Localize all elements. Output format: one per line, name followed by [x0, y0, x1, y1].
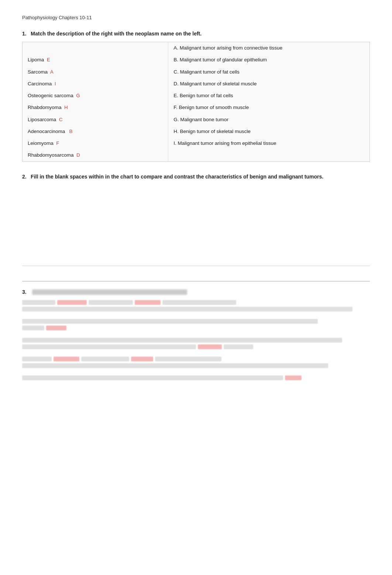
table-row: Rhabdomyosarcoma D [23, 149, 370, 161]
right-cell: G. Malignant bone tumor [168, 114, 370, 126]
table-row: Adenocarcinoma B H. Benign tumor of skel… [23, 126, 370, 137]
table-row: Rhabdomyoma H F. Benign tumor of smooth … [23, 102, 370, 113]
table-row: Sarcoma A C. Malignant tumor of fat cell… [23, 66, 370, 78]
table-row: Leiomyoma F I. Malignant tumor arising f… [23, 137, 370, 149]
left-cell: Lipoma E [23, 54, 168, 66]
right-cell: H. Benign tumor of skeletal muscle [168, 126, 370, 137]
right-cell: E. Benign tumor of fat cells [168, 90, 370, 102]
blurred-paragraph-5 [22, 375, 370, 380]
table-row: Osteogenic sarcoma G E. Benign tumor of … [23, 90, 370, 102]
blurred-line [22, 344, 370, 349]
left-cell: Leiomyoma F [23, 137, 168, 149]
left-cell: Carcinoma I [23, 78, 168, 90]
match-table: A. Malignant tumor arising from connecti… [22, 42, 370, 162]
right-cell: B. Malignant tumor of glandular epitheli… [168, 54, 370, 66]
question-1: 1. Match the description of the right wi… [22, 31, 370, 162]
right-cell: A. Malignant tumor arising from connecti… [168, 42, 370, 54]
blurred-line [22, 300, 370, 305]
left-cell: Liposarcoma C [23, 114, 168, 126]
blurred-paragraph-1 [22, 300, 370, 312]
table-row: A. Malignant tumor arising from connecti… [23, 42, 370, 54]
table-row: Liposarcoma C G. Malignant bone tumor [23, 114, 370, 126]
left-cell: Adenocarcinoma B [23, 126, 168, 137]
right-cell: I. Malignant tumor arising from epitheli… [168, 137, 370, 149]
blurred-line [22, 338, 370, 343]
q2-chart-area [22, 185, 370, 266]
page-header: Pathophysiology Chapters 10-11 [22, 15, 370, 20]
question-3-label: 3. [22, 289, 370, 295]
question-2: 2. Fill in the blank spaces within in th… [22, 174, 370, 266]
left-cell: Rhabdomyoma H [23, 102, 168, 113]
question-2-label: 2. Fill in the blank spaces within in th… [22, 174, 370, 180]
right-cell [168, 149, 370, 161]
question-3: 3. [22, 281, 370, 381]
left-cell: Osteogenic sarcoma G [23, 90, 168, 102]
blurred-paragraph-2 [22, 319, 370, 330]
question-1-label: 1. Match the description of the right wi… [22, 31, 370, 37]
blurred-q3-title [32, 289, 187, 295]
right-cell: F. Benign tumor of smooth muscle [168, 102, 370, 113]
left-cell: Rhabdomyosarcoma D [23, 149, 168, 161]
blurred-line [22, 307, 370, 312]
right-cell: D. Malignant tumor of skeletal muscle [168, 78, 370, 90]
right-cell: C. Malignant tumor of fat cells [168, 66, 370, 78]
table-row: Lipoma E B. Malignant tumor of glandular… [23, 54, 370, 66]
blurred-paragraph-4 [22, 357, 370, 368]
left-cell [23, 42, 168, 54]
left-cell: Sarcoma A [23, 66, 168, 78]
blurred-line [22, 375, 370, 380]
blurred-line [22, 357, 370, 361]
header-title: Pathophysiology Chapters 10-11 [22, 15, 92, 20]
blurred-line [22, 363, 370, 368]
blurred-paragraph-3 [22, 338, 370, 349]
blurred-line [22, 326, 370, 330]
blurred-line [22, 319, 370, 324]
table-row: Carcinoma I D. Malignant tumor of skelet… [23, 78, 370, 90]
